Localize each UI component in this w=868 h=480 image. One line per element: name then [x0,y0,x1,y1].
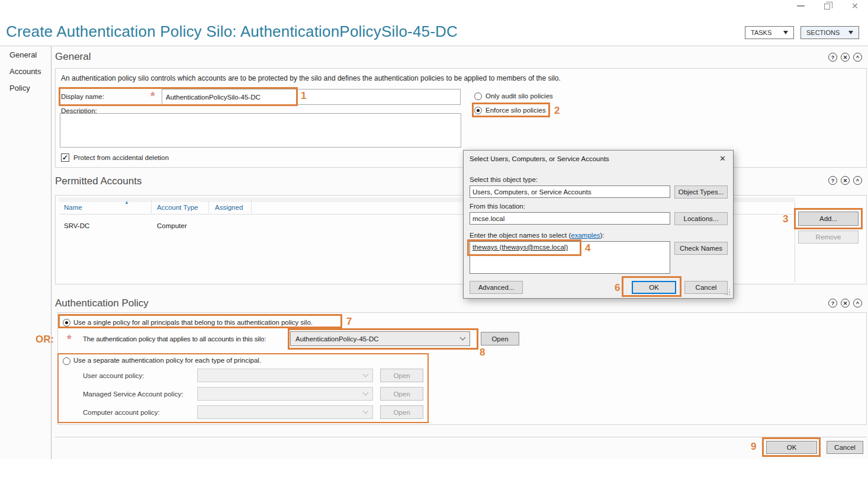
close-icon[interactable]: ✕ [851,2,859,10]
column-header-account-type[interactable]: Account Type [157,204,198,211]
restore-icon[interactable] [824,4,830,9]
annotation-box-1 [59,87,298,106]
minimize-icon[interactable] [797,5,805,7]
annotation-number-7: 7 [346,316,352,328]
general-help-icon[interactable]: ? [828,53,837,62]
annotation-box-2 [472,103,550,117]
column-separator [208,200,209,213]
required-asterisk-icon: * [67,334,72,344]
annotation-box-8 [288,328,478,350]
permitted-remove-section-icon[interactable]: ✕ [841,176,850,185]
object-type-field[interactable] [470,185,670,198]
single-policy-label: The authentication policy that applies t… [83,335,266,343]
msa-policy-dropdown [197,387,373,401]
table-row-account-type: Computer [157,222,187,229]
auth-policy-collapse-icon[interactable]: ^ [853,299,862,308]
sections-button[interactable]: SECTIONS [801,26,859,39]
column-separator [151,200,152,213]
separate-policy-radio-label: Use a separate authentication policy for… [73,357,261,364]
cancel-button[interactable]: Cancel [827,441,863,454]
permitted-collapse-icon[interactable]: ^ [853,176,862,185]
annotation-number-6: 6 [615,282,620,294]
column-separator [251,200,252,213]
sidebar-divider [51,46,52,459]
protect-deletion-label: Protect from accidental deletion [73,154,169,161]
msa-policy-open-button: Open [380,387,423,401]
computer-policy-label: Computer account policy: [83,409,160,416]
table-row-name[interactable]: SRV-DC [64,222,89,229]
permitted-help-icon[interactable]: ? [828,176,837,185]
advanced-button[interactable]: Advanced... [470,281,523,294]
object-names-label-suffix: ): [600,232,605,239]
chevron-down-icon [363,408,369,414]
sidebar-item-general[interactable]: General [9,50,37,59]
annotation-number-9: 9 [751,441,756,453]
dialog-cancel-button[interactable]: Cancel [684,281,728,294]
object-names-label: Enter the object names to select (exampl… [470,232,605,239]
chevron-down-icon [363,390,369,396]
or-annotation-label: OR: [36,334,54,345]
separate-policy-radio[interactable] [63,357,70,365]
check-names-button[interactable]: Check Names [674,242,728,255]
column-header-assigned[interactable]: Assigned [215,204,243,211]
tasks-button-label: TASKS [751,29,771,36]
annotation-number-4: 4 [585,242,590,254]
description-input[interactable] [60,113,461,148]
object-types-button[interactable]: Object Types... [674,185,728,199]
resize-grip-icon[interactable] [729,294,730,295]
tasks-button[interactable]: TASKS [745,26,794,39]
annotation-number-1: 1 [301,90,306,102]
annotation-number-8: 8 [480,347,485,359]
single-policy-open-button[interactable]: Open [481,332,519,345]
column-header-name[interactable]: Name [64,204,82,211]
general-collapse-icon[interactable]: ^ [853,53,862,62]
sidebar-item-accounts[interactable]: Accounts [9,67,41,76]
page-title: Create Authentication Policy Silo: Authe… [6,23,458,41]
header-divider [0,46,868,46]
dialog-title: Select Users, Computers, or Service Acco… [470,155,609,162]
user-policy-open-button: Open [380,369,423,382]
location-field[interactable] [470,212,670,225]
only-audit-radio-label: Only audit silo policies [486,92,553,100]
object-type-label: Select this object type: [470,176,538,183]
general-intro-text: An authentication policy silo controls w… [61,74,561,82]
annotation-box-9 [762,437,821,457]
sections-button-label: SECTIONS [806,29,840,36]
only-audit-radio[interactable] [474,92,482,100]
auth-policy-section-title: Authentication Policy [55,297,149,309]
sections-dropdown-icon [848,31,853,34]
remove-button: Remove [798,231,859,244]
general-remove-section-icon[interactable]: ✕ [841,53,850,62]
adac-create-silo-window: ✕ Create Authentication Policy Silo: Aut… [0,0,868,480]
annotation-box-4 [467,239,581,256]
select-users-dialog: Select Users, Computers, or Service Acco… [463,150,734,299]
annotation-box-6 [622,276,681,297]
user-policy-dropdown [197,369,373,382]
user-policy-label: User account policy: [83,372,144,379]
permitted-accounts-section-title: Permitted Accounts [55,175,142,187]
examples-link[interactable]: examples [571,232,600,239]
annotation-box-3 [794,208,863,229]
computer-policy-dropdown [197,405,373,419]
auth-policy-help-icon[interactable]: ? [828,299,837,308]
auth-policy-remove-section-icon[interactable]: ✕ [841,299,850,308]
general-section-title: General [55,51,91,63]
protect-deletion-checkbox[interactable]: ✓ [61,153,69,162]
location-label: From this location: [470,203,525,210]
annotation-number-3: 3 [783,213,788,225]
tasks-dropdown-icon [783,31,788,34]
sidebar-item-policy[interactable]: Policy [9,84,30,92]
msa-policy-label: Managed Service Account policy: [83,391,183,398]
annotation-number-2: 2 [554,105,560,117]
computer-policy-open-button: Open [380,405,423,419]
chevron-down-icon [363,372,369,377]
footer-divider [55,437,867,437]
annotation-box-7 [58,314,342,328]
object-names-label-prefix: Enter the object names to select ( [470,232,571,239]
locations-button[interactable]: Locations... [674,212,728,225]
dialog-close-icon[interactable]: ✕ [719,154,726,163]
description-field-wrap [60,113,461,148]
sort-ascending-icon: ▲ [124,200,129,205]
